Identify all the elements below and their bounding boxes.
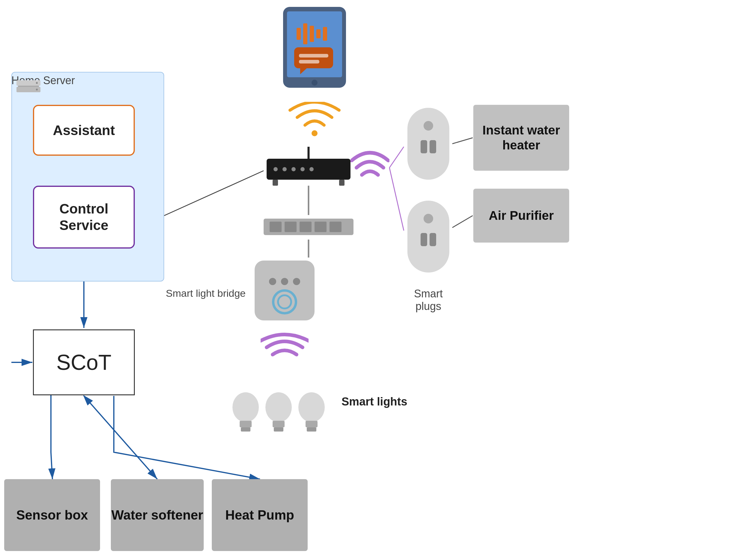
svg-rect-52 xyxy=(240,421,252,427)
instant-water-heater-box: Instant water heater xyxy=(473,105,569,171)
svg-point-15 xyxy=(36,82,38,84)
svg-rect-64 xyxy=(408,201,449,272)
svg-rect-62 xyxy=(421,140,427,153)
wifi-purple-bottom-icon xyxy=(261,329,309,365)
tablet-icon xyxy=(282,5,348,89)
svg-point-16 xyxy=(36,89,38,91)
heat-pump-box: Heat Pump xyxy=(212,479,307,551)
smart-plug-1-icon xyxy=(404,105,452,183)
svg-point-33 xyxy=(283,167,287,171)
air-purifier-box: Air Purifier xyxy=(473,189,569,242)
svg-rect-67 xyxy=(429,233,436,246)
svg-point-54 xyxy=(265,392,292,422)
assistant-label: Assistant xyxy=(53,122,115,138)
svg-point-65 xyxy=(424,214,433,223)
instant-water-heater-label: Instant water heater xyxy=(479,123,563,153)
water-softener-box: Water softener xyxy=(111,479,204,551)
diagram: Home Server Assistant Control Service SC… xyxy=(0,0,745,560)
smart-light-bridge-label: Smart light bridge xyxy=(159,288,246,299)
home-server-box xyxy=(11,72,164,282)
svg-rect-60 xyxy=(408,108,449,180)
svg-rect-26 xyxy=(299,54,328,58)
water-softener-label: Water softener xyxy=(111,507,203,523)
control-service-box: Control Service xyxy=(33,186,135,249)
svg-point-46 xyxy=(269,278,276,285)
svg-rect-20 xyxy=(303,23,307,44)
svg-point-57 xyxy=(298,392,325,422)
svg-point-35 xyxy=(300,167,305,171)
svg-line-1 xyxy=(164,171,264,216)
svg-rect-23 xyxy=(323,27,327,41)
svg-rect-38 xyxy=(339,180,345,186)
svg-rect-21 xyxy=(310,26,314,42)
sensor-box-label: Sensor box xyxy=(16,507,88,523)
smart-lights-label: Smart lights xyxy=(342,395,408,408)
svg-line-5 xyxy=(84,396,157,479)
wifi-orange-icon xyxy=(288,102,342,138)
smart-light-bridge-icon xyxy=(252,258,318,323)
svg-rect-24 xyxy=(294,47,333,68)
assistant-box: Assistant xyxy=(33,105,135,156)
svg-rect-42 xyxy=(299,222,312,232)
svg-rect-43 xyxy=(315,222,326,232)
svg-rect-19 xyxy=(297,28,301,40)
svg-rect-53 xyxy=(241,427,251,431)
svg-line-11 xyxy=(452,216,473,228)
svg-point-34 xyxy=(291,167,296,171)
scot-label: SCoT xyxy=(56,350,111,375)
svg-line-9 xyxy=(389,168,404,231)
svg-rect-31 xyxy=(267,159,351,180)
svg-rect-44 xyxy=(329,222,342,232)
smart-lights-icon xyxy=(222,383,335,443)
svg-line-10 xyxy=(452,138,473,144)
router-icon xyxy=(264,147,354,186)
sensor-box: Sensor box xyxy=(4,479,100,551)
svg-rect-22 xyxy=(316,29,321,38)
svg-rect-41 xyxy=(285,222,297,232)
server-icon xyxy=(17,80,40,92)
svg-rect-58 xyxy=(305,421,318,427)
svg-point-48 xyxy=(293,278,300,285)
air-purifier-label: Air Purifier xyxy=(489,208,554,223)
svg-point-47 xyxy=(281,278,288,285)
svg-rect-56 xyxy=(274,427,283,431)
svg-line-8 xyxy=(389,147,404,168)
svg-point-61 xyxy=(424,121,433,131)
smart-plug-2-icon xyxy=(404,198,452,275)
svg-point-32 xyxy=(273,167,278,171)
svg-rect-37 xyxy=(272,180,278,186)
smart-plugs-label: Smart plugs xyxy=(401,288,455,312)
svg-point-51 xyxy=(232,392,259,422)
scot-box: SCoT xyxy=(33,329,135,395)
svg-rect-27 xyxy=(299,60,319,64)
svg-point-36 xyxy=(310,167,314,171)
control-service-label: Control Service xyxy=(34,201,134,234)
svg-point-28 xyxy=(312,80,318,86)
svg-rect-40 xyxy=(269,222,282,232)
heat-pump-label: Heat Pump xyxy=(225,507,294,523)
svg-rect-66 xyxy=(421,233,427,246)
wifi-purple-icon xyxy=(351,144,389,192)
svg-rect-63 xyxy=(429,140,436,153)
svg-rect-59 xyxy=(307,427,316,431)
svg-point-29 xyxy=(312,130,318,136)
switch-hub-icon xyxy=(264,216,354,239)
svg-rect-55 xyxy=(272,421,285,427)
